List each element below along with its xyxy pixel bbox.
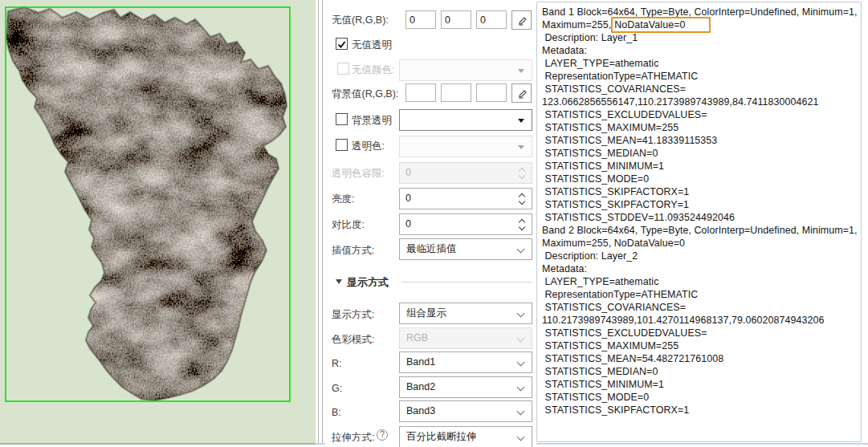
spin-down-icon[interactable] bbox=[519, 198, 525, 205]
contrast-spinner[interactable]: 0 bbox=[399, 213, 532, 235]
nodata-highlight-box: NoDataValue=0 bbox=[611, 17, 711, 33]
novalue-b-input[interactable] bbox=[476, 10, 507, 29]
metadata-line: RepresentationType=ATHEMATIC bbox=[542, 288, 861, 301]
interpolation-dropdown[interactable]: 最临近插值 bbox=[399, 238, 532, 260]
metadata-line: STATISTICS_EXCLUDEDVALUES= bbox=[542, 108, 861, 121]
novalue-transparent-label: 无值透明 bbox=[352, 39, 392, 52]
metadata-line: STATISTICS_MAXIMUM=255 bbox=[542, 121, 861, 134]
red-band-label: R: bbox=[332, 358, 342, 369]
blue-band-label: B: bbox=[332, 407, 341, 418]
blue-band-dropdown[interactable]: Band3 bbox=[399, 400, 532, 422]
color-mode-dropdown: RGB bbox=[399, 327, 532, 349]
section-collapse-icon[interactable] bbox=[336, 279, 342, 284]
metadata-line: STATISTICS_MEAN=54.482721761008 bbox=[542, 352, 861, 365]
stretch-dropdown[interactable]: 百分比截断拉伸 bbox=[399, 426, 532, 447]
bottom-border-left bbox=[0, 443, 316, 445]
display-mode-label: 显示方式: bbox=[332, 308, 374, 322]
background-rgb-label: 背景值(R,G,B): bbox=[332, 87, 398, 101]
color-mode-label: 色彩模式: bbox=[332, 333, 374, 347]
metadata-line: STATISTICS_MINIMUM=1 bbox=[542, 378, 861, 391]
map-preview-area bbox=[0, 0, 316, 443]
raster-properties-dialog: 无值(R,G,B): 无值透明 无值颜色: 背景值(R,G,B): bbox=[0, 0, 868, 447]
metadata-line: Band 2 Block=64x64, Type=Byte, ColorInte… bbox=[542, 224, 861, 237]
background-picker-button[interactable] bbox=[511, 83, 532, 103]
metadata-line: STATISTICS_MEDIAN=0 bbox=[542, 147, 861, 160]
novalue-color-label: 无值颜色: bbox=[352, 63, 394, 77]
display-mode-dropdown[interactable]: 组合显示 bbox=[399, 303, 532, 324]
dropdown-arrow-icon bbox=[518, 119, 524, 123]
novalue-g-input[interactable] bbox=[441, 10, 471, 29]
green-band-label: G: bbox=[332, 383, 342, 394]
spin-down-icon[interactable] bbox=[519, 224, 525, 230]
tolerance-spinner: 0 bbox=[399, 162, 532, 184]
metadata-line: STATISTICS_MINIMUM=1 bbox=[542, 160, 861, 173]
metadata-line: Metadata: bbox=[542, 262, 861, 275]
novalue-transparent-checkbox[interactable] bbox=[336, 38, 348, 50]
chevron-down-icon bbox=[517, 335, 525, 343]
red-band-dropdown[interactable]: Band1 bbox=[399, 352, 532, 373]
novalue-color-checkbox bbox=[337, 63, 349, 75]
chevron-down-icon bbox=[517, 310, 525, 318]
metadata-line: STATISTICS_MEAN=41.18339115353 bbox=[542, 134, 861, 147]
interpolation-label: 插值方式: bbox=[332, 244, 374, 258]
metadata-lines: Band 1 Block=64x64, Type=Byte, ColorInte… bbox=[542, 6, 861, 417]
background-transparent-dropdown[interactable] bbox=[399, 109, 532, 131]
raster-settings-panel: 无值(R,G,B): 无值透明 无值颜色: 背景值(R,G,B): bbox=[325, 0, 536, 447]
chevron-down-icon bbox=[517, 359, 525, 367]
metadata-line: STATISTICS_MEDIAN=0 bbox=[542, 365, 861, 378]
novalue-picker-button[interactable] bbox=[511, 10, 532, 30]
metadata-line: STATISTICS_STDDEV=11.093524492046 bbox=[542, 211, 861, 224]
novalue-r-input[interactable] bbox=[405, 10, 436, 29]
metadata-line: STATISTICS_SKIPFACTORX=1 bbox=[542, 185, 861, 198]
raster-preview-image bbox=[0, 0, 316, 443]
chevron-down-icon bbox=[517, 246, 525, 254]
metadata-line: Maximum=255,NoDataValue=0 bbox=[542, 18, 861, 31]
display-section-header: 显示方式 bbox=[347, 275, 389, 290]
metadata-line: STATISTICS_EXCLUDEDVALUES= bbox=[542, 327, 861, 339]
metadata-line: Description: Layer_1 bbox=[542, 31, 861, 44]
transparent-color-dropdown bbox=[399, 136, 532, 157]
check-icon bbox=[336, 39, 347, 50]
metadata-line: STATISTICS_SKIPFACTORX=1 bbox=[542, 404, 861, 417]
metadata-line: Description: Layer_2 bbox=[542, 250, 861, 262]
metadata-line: STATISTICS_SKIPFACTORY=1 bbox=[542, 198, 861, 211]
transparent-color-label: 透明色: bbox=[352, 140, 385, 153]
metadata-line: Maximum=255, NoDataValue=0 bbox=[542, 237, 861, 250]
metadata-line: 123.0662856556147,110.2173989743989,84.7… bbox=[542, 95, 861, 108]
metadata-line: LAYER_TYPE=athematic bbox=[542, 57, 861, 70]
dropdown-arrow-icon bbox=[518, 145, 524, 149]
background-transparent-label: 背景透明 bbox=[352, 114, 392, 128]
contrast-label: 对比度: bbox=[332, 218, 365, 232]
brightness-spinner[interactable]: 0 bbox=[399, 188, 532, 209]
background-g-input[interactable] bbox=[441, 83, 471, 102]
metadata-line: STATISTICS_COVARIANCES= bbox=[542, 301, 861, 314]
background-b-input[interactable] bbox=[476, 83, 507, 102]
metadata-line: STATISTICS_COVARIANCES= bbox=[542, 83, 861, 95]
transparent-color-checkbox[interactable] bbox=[336, 139, 348, 151]
metadata-line: RepresentationType=ATHEMATIC bbox=[542, 70, 861, 83]
chevron-down-icon bbox=[517, 384, 525, 392]
tolerance-label: 透明色容限: bbox=[332, 167, 385, 181]
help-icon[interactable]: ? bbox=[377, 429, 388, 441]
pencil-icon bbox=[516, 14, 528, 26]
metadata-line: LAYER_TYPE=athematic bbox=[542, 275, 861, 288]
stretch-label: 拉伸方式: bbox=[332, 431, 374, 445]
metadata-line: Metadata: bbox=[542, 44, 861, 57]
chevron-down-icon bbox=[517, 408, 525, 416]
brightness-label: 亮度: bbox=[332, 193, 354, 206]
chevron-down-icon bbox=[517, 433, 525, 441]
metadata-line: STATISTICS_MAXIMUM=255 bbox=[542, 339, 861, 352]
background-transparent-checkbox[interactable] bbox=[336, 113, 348, 125]
metadata-line: 110.2173989743989,101.4270114968137,79.0… bbox=[542, 314, 861, 327]
novalue-color-dropdown bbox=[399, 59, 532, 81]
metadata-line: STATISTICS_MODE=0 bbox=[542, 173, 861, 185]
metadata-line: STATISTICS_MODE=0 bbox=[542, 391, 861, 404]
metadata-text-panel[interactable]: Band 1 Block=64x64, Type=Byte, ColorInte… bbox=[536, 2, 862, 442]
spin-down-icon bbox=[519, 173, 525, 179]
novalue-rgb-label: 无值(R,G,B): bbox=[332, 14, 389, 27]
panel-splitter[interactable] bbox=[316, 0, 325, 443]
dropdown-arrow-icon bbox=[518, 69, 524, 73]
pencil-icon bbox=[516, 87, 528, 99]
background-r-input[interactable] bbox=[405, 83, 436, 102]
green-band-dropdown[interactable]: Band2 bbox=[399, 376, 532, 398]
